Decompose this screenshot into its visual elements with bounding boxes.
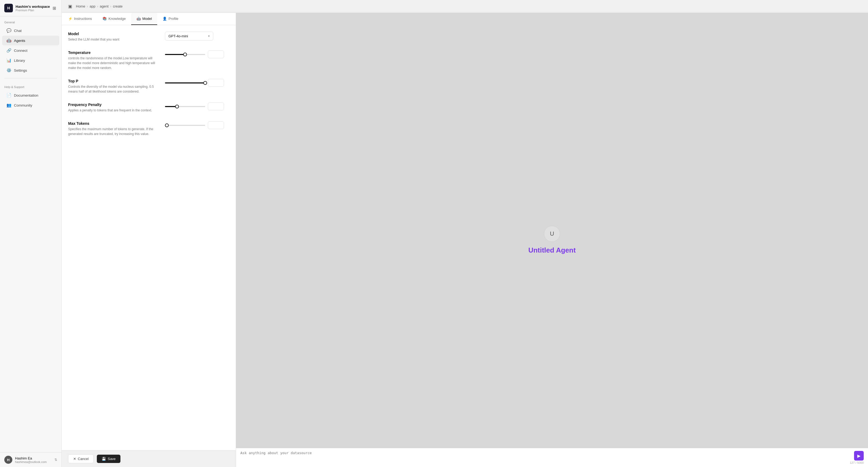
breadcrumb-agent[interactable]: agent (100, 4, 108, 8)
sidebar-item-chat-label: Chat (14, 29, 22, 33)
frequency-penalty-setting-info: Frequency Penalty Applies a penalty to t… (68, 103, 160, 113)
frequency-penalty-slider-thumb[interactable] (175, 105, 179, 109)
frequency-penalty-setting-title: Frequency Penalty (68, 103, 160, 107)
sidebar-item-documentation-label: Documentation (14, 93, 38, 97)
sidebar-header: H Hashim's workspace Premium Plan ⊞ (0, 0, 61, 17)
main-area: ▣ Home › app › agent › create ⚡ Instruct… (62, 0, 868, 467)
sidebar-bottom: H Hashim Ea hashimea@outlook.com ⇅ (0, 452, 61, 467)
breadcrumb-app[interactable]: app (90, 4, 95, 8)
top-p-setting-row: Top P Controls the diversity of the mode… (68, 79, 229, 94)
topbar: ▣ Home › app › agent › create (62, 0, 868, 13)
profile-tab-icon: 👤 (162, 17, 167, 21)
temperature-setting-title: Temperature (68, 51, 160, 55)
tab-knowledge[interactable]: 📚 Knowledge (97, 13, 131, 25)
send-button[interactable]: ▶ (854, 451, 864, 461)
model-setting-desc: Select the LLM model that you want (68, 37, 160, 42)
temperature-setting-info: Temperature controls the randomness of t… (68, 51, 160, 70)
user-details: Hashim Ea hashimea@outlook.com (15, 456, 47, 464)
model-tab-icon: 🤖 (136, 17, 141, 21)
cancel-label: Cancel (78, 457, 89, 461)
top-p-slider-thumb[interactable] (203, 81, 207, 85)
cancel-button[interactable]: ✕ Cancel (68, 455, 94, 463)
save-icon: 💾 (102, 457, 106, 461)
temperature-setting-desc: controls the randomness of the model.Low… (68, 56, 160, 70)
max-tokens-slider-track[interactable] (165, 125, 205, 126)
sidebar-help-label: Help & Support (0, 81, 61, 90)
breadcrumb-sep-2: › (97, 4, 98, 8)
sidebar-collapse-button[interactable]: ▣ (67, 3, 73, 10)
documentation-icon: 📄 (6, 93, 11, 98)
sidebar-item-agents[interactable]: 🤖 Agents (2, 36, 59, 46)
model-dropdown[interactable]: GPT-4o-mini ▾ (165, 32, 213, 40)
chat-input-area: ▶ 127 / 5000 (236, 448, 868, 467)
workspace-logo: H (4, 4, 13, 12)
user-avatar: H (4, 456, 12, 464)
frequency-penalty-setting-desc: Applies a penalty to tokens that are fre… (68, 108, 160, 113)
sidebar-toggle-button[interactable]: ⊞ (52, 5, 57, 12)
content-area: ⚡ Instructions 📚 Knowledge 🤖 Model 👤 Pro… (62, 13, 868, 467)
sidebar-item-agents-label: Agents (14, 39, 25, 43)
breadcrumb-sep-3: › (110, 4, 111, 8)
breadcrumb-create[interactable]: create (113, 4, 123, 8)
tab-model[interactable]: 🤖 Model (131, 13, 157, 25)
tab-profile-label: Profile (168, 17, 178, 21)
user-email: hashimea@outlook.com (15, 460, 47, 464)
settings-icon: ⚙️ (6, 68, 11, 73)
sidebar-item-connect-label: Connect (14, 49, 27, 53)
frequency-penalty-value-input[interactable]: 0.3 (208, 103, 224, 110)
instructions-tab-icon: ⚡ (68, 17, 72, 21)
sidebar-item-library-label: Library (14, 59, 25, 62)
agent-avatar: U (544, 226, 560, 242)
agents-icon: 🤖 (6, 38, 11, 43)
frequency-penalty-slider-track[interactable] (165, 106, 205, 107)
temperature-slider-thumb[interactable] (183, 53, 187, 56)
sidebar-item-community-label: Community (14, 103, 32, 107)
settings-form: Model Select the LLM model that you want… (62, 25, 236, 450)
workspace-name: Hashim's workspace (16, 5, 50, 8)
sidebar-item-settings[interactable]: ⚙️ Settings (2, 65, 59, 75)
user-info: H Hashim Ea hashimea@outlook.com (4, 456, 47, 464)
max-tokens-slider-thumb[interactable] (165, 123, 169, 127)
top-p-slider-fill (165, 82, 205, 84)
frequency-penalty-setting-row: Frequency Penalty Applies a penalty to t… (68, 103, 229, 113)
sidebar-item-community[interactable]: 👥 Community (2, 100, 59, 110)
sidebar-item-connect[interactable]: 🔗 Connect (2, 46, 59, 55)
model-dropdown-chevron-icon: ▾ (208, 34, 210, 38)
community-icon: 👥 (6, 103, 11, 108)
top-p-value-input[interactable]: 1 (208, 79, 224, 87)
agent-name: Untitled Agent (528, 246, 576, 255)
chat-input[interactable] (240, 451, 852, 461)
max-tokens-setting-control: 200 (165, 121, 229, 129)
sidebar-item-documentation[interactable]: 📄 Documentation (2, 90, 59, 100)
temperature-slider-fill (165, 54, 185, 55)
model-setting-row: Model Select the LLM model that you want… (68, 32, 229, 42)
sidebar-item-chat[interactable]: 💬 Chat (2, 26, 59, 35)
temperature-value-input[interactable]: 0.5 (208, 51, 224, 58)
model-dropdown-value: GPT-4o-mini (168, 34, 188, 38)
workspace-plan: Premium Plan (16, 8, 50, 12)
top-p-setting-control: 1 (165, 79, 229, 87)
sidebar: H Hashim's workspace Premium Plan ⊞ Gene… (0, 0, 62, 467)
sidebar-general-label: General (0, 17, 61, 26)
top-p-setting-title: Top P (68, 79, 160, 83)
temperature-slider-track[interactable] (165, 54, 205, 55)
top-p-setting-info: Top P Controls the diversity of the mode… (68, 79, 160, 94)
sidebar-item-library[interactable]: 📊 Library (2, 56, 59, 65)
model-setting-control: GPT-4o-mini ▾ (165, 32, 229, 40)
max-tokens-setting-title: Max Tokens (68, 121, 160, 126)
tab-profile[interactable]: 👤 Profile (157, 13, 184, 25)
tabs-bar: ⚡ Instructions 📚 Knowledge 🤖 Model 👤 Pro… (62, 13, 236, 25)
right-panel: U Untitled Agent ▶ 127 / 5000 (236, 13, 868, 467)
action-bar: ✕ Cancel 💾 Save (62, 450, 236, 467)
user-chevron-icon[interactable]: ⇅ (55, 458, 57, 462)
max-tokens-setting-row: Max Tokens Specifies the maximum number … (68, 121, 229, 136)
tab-instructions[interactable]: ⚡ Instructions (63, 13, 97, 25)
breadcrumb-home[interactable]: Home (76, 4, 85, 8)
frequency-penalty-setting-control: 0.3 (165, 103, 229, 110)
top-p-slider-track[interactable] (165, 82, 205, 84)
agent-initial: U (550, 230, 554, 237)
sidebar-help-section: Help & Support 📄 Documentation 👥 Communi… (0, 81, 61, 110)
user-name: Hashim Ea (15, 456, 47, 460)
save-button[interactable]: 💾 Save (97, 455, 120, 463)
max-tokens-value-input[interactable]: 200 (208, 121, 224, 129)
